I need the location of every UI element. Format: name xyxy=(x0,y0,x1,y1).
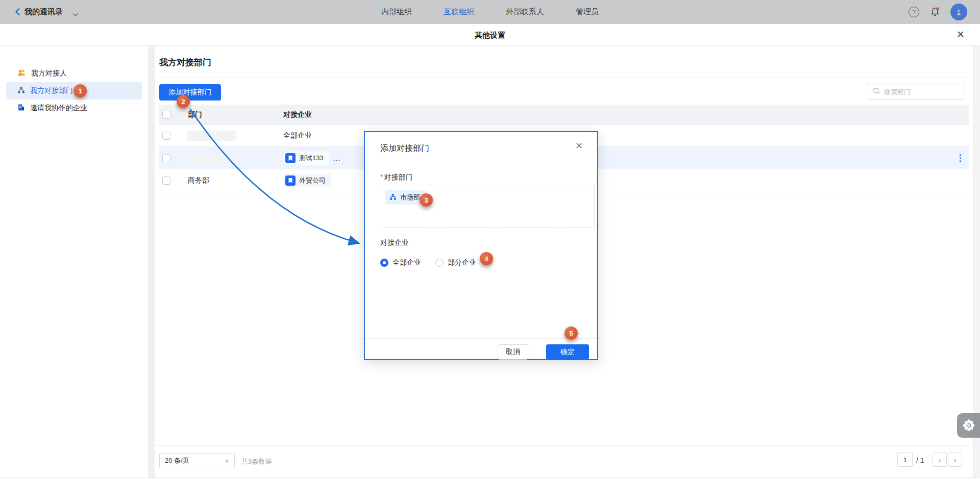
settings-modal-header: 其他设置 ✕ xyxy=(0,24,980,46)
settings-close-icon[interactable]: ✕ xyxy=(957,30,965,39)
radio-partial-companies[interactable]: 部分企业 xyxy=(435,258,476,267)
search-box[interactable] xyxy=(868,84,964,100)
panel-divider xyxy=(148,46,155,478)
partner-field-label: 对接企业 xyxy=(380,238,409,247)
tab-admin[interactable]: 管理员 xyxy=(576,7,599,17)
total-count-text: 共3条数据 xyxy=(241,457,272,466)
sidebar-item-our-contacts[interactable]: 我方对接人 xyxy=(6,65,142,82)
sidebar-item-label: 邀请我协作的企业 xyxy=(30,104,87,113)
more-companies-ellipsis: ... xyxy=(333,154,341,162)
help-icon[interactable]: ? xyxy=(909,7,919,17)
top-app-bar: 我的通讯录 内部组织 互联组织 外部联系人 管理员 ? 1 xyxy=(0,0,980,24)
row-actions-menu-icon[interactable] xyxy=(958,153,963,163)
divider xyxy=(159,78,969,78)
page-number-input[interactable] xyxy=(897,452,913,467)
add-department-button[interactable]: 添加对接部门 xyxy=(159,84,221,100)
radio-unselected-icon[interactable] xyxy=(435,259,444,267)
partner-cell: 外贸公司 xyxy=(283,174,331,187)
company-tag: 测试133 xyxy=(283,152,329,165)
dept-field-label: *对接部门 xyxy=(380,173,412,182)
top-tabs: 内部组织 互联组织 外部联系人 管理员 xyxy=(381,0,599,24)
sidebar: 我方对接人 我方对接部门 邀请我 xyxy=(0,46,148,478)
cancel-button[interactable]: 取消 xyxy=(498,344,528,360)
row-checkbox[interactable] xyxy=(162,177,170,185)
radio-all-companies[interactable]: 全部企业 xyxy=(380,258,421,267)
bookmark-icon xyxy=(285,175,296,186)
radio-selected-icon[interactable] xyxy=(380,259,388,267)
divider xyxy=(365,338,597,339)
sidebar-item-label: 我方对接部门 xyxy=(30,86,73,95)
confirm-button[interactable]: 确定 xyxy=(546,344,589,360)
chevron-down-icon: ∨ xyxy=(225,458,229,464)
dept-picker-area[interactable]: 市场部 xyxy=(380,185,595,228)
step-badge-5: 5 xyxy=(565,326,578,340)
org-chart-icon xyxy=(389,193,397,202)
dialog-title: 添加对接部门 xyxy=(380,143,429,154)
page-size-select[interactable]: 20 条/页 ∨ xyxy=(159,453,235,468)
search-icon xyxy=(873,87,880,97)
redacted-dept-placeholder xyxy=(187,153,236,163)
building-icon xyxy=(17,104,25,113)
column-header-dept: 部门 xyxy=(188,110,202,119)
partner-radio-group: 全部企业 部分企业 xyxy=(380,258,476,267)
screen: 我的通讯录 内部组织 互联组织 外部联系人 管理员 ? 1 其他设置 ✕ xyxy=(0,0,980,478)
company-tag: 外贸公司 xyxy=(283,174,331,187)
step-badge-2: 2 xyxy=(177,95,190,108)
step-badge-4: 4 xyxy=(480,252,493,265)
people-icon xyxy=(17,69,26,78)
avatar[interactable]: 1 xyxy=(950,4,967,20)
column-header-partner: 对接企业 xyxy=(283,110,312,119)
step-badge-3: 3 xyxy=(420,193,433,207)
sidebar-item-invited-companies[interactable]: 邀请我协作的企业 xyxy=(6,99,142,117)
tab-connected-org[interactable]: 互联组织 xyxy=(444,7,474,17)
select-all-checkbox[interactable] xyxy=(162,111,170,119)
settings-modal-title: 其他设置 xyxy=(0,31,980,40)
page-total-text: / 1 xyxy=(916,456,924,464)
row-checkbox[interactable] xyxy=(162,154,170,162)
bookmark-icon xyxy=(285,153,296,163)
page-title: 我方对接部门 xyxy=(159,57,211,68)
step-badge-1: 1 xyxy=(74,84,87,97)
table-header: 部门 对接企业 xyxy=(159,105,969,125)
dialog-close-icon[interactable]: ✕ xyxy=(575,141,583,150)
title-chevron-down-icon[interactable] xyxy=(72,10,79,19)
sidebar-item-label: 我方对接人 xyxy=(31,69,67,78)
redacted-dept-placeholder xyxy=(187,131,236,141)
add-department-dialog: 添加对接部门 ✕ *对接部门 市场部 对接企业 xyxy=(364,131,598,360)
tab-external-contacts[interactable]: 外部联系人 xyxy=(506,7,544,17)
org-chart-icon xyxy=(17,86,25,95)
dept-cell: 商务部 xyxy=(188,176,209,185)
back-icon[interactable] xyxy=(13,7,22,16)
row-checkbox[interactable] xyxy=(162,132,170,140)
divider xyxy=(155,445,969,446)
tab-internal-org[interactable]: 内部组织 xyxy=(381,7,412,17)
partner-cell: 全部企业 xyxy=(283,131,312,140)
divider xyxy=(365,162,597,162)
search-input[interactable] xyxy=(884,88,955,96)
required-mark: * xyxy=(380,173,383,181)
next-page-button[interactable]: › xyxy=(948,452,962,467)
partner-cell: 测试133 ... xyxy=(283,152,340,165)
prev-page-button[interactable]: ‹ xyxy=(933,452,947,467)
settings-gear-icon[interactable] xyxy=(957,413,980,438)
app-title[interactable]: 我的通讯录 xyxy=(24,7,63,17)
notification-bell-icon[interactable] xyxy=(929,6,941,17)
divider xyxy=(0,477,980,477)
